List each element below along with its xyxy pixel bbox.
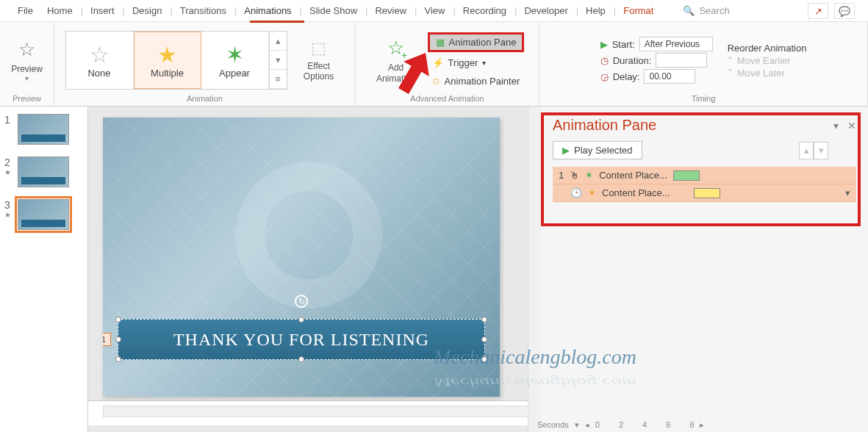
start-dropdown[interactable]: After Previous — [639, 37, 713, 51]
group-timing: ▶ Start: After Previous ◷ Duration: ◶ De… — [539, 22, 868, 106]
start-label: Start: — [612, 39, 635, 50]
star-outline-icon: ☆ — [90, 42, 110, 68]
move-earlier-button[interactable]: ˄ Move Earlier — [728, 55, 807, 66]
thumb-3[interactable] — [18, 199, 69, 230]
anim-appear-label: Appear — [219, 68, 250, 79]
thumb-num-3: 3 — [4, 199, 13, 211]
anim-multiple[interactable]: ★ Multiple — [134, 32, 201, 89]
tick: 2 — [619, 420, 623, 429]
tick: 4 — [642, 420, 647, 429]
anim-none[interactable]: ☆ None — [66, 32, 134, 89]
menu-recording[interactable]: Recording — [456, 1, 514, 20]
search-icon: 🔍 — [683, 5, 695, 16]
thumb-row-2[interactable]: 2★ — [4, 156, 83, 187]
tick: 8 — [689, 420, 694, 429]
gallery-up[interactable]: ▴ — [270, 32, 287, 51]
down-arrow-icon: ˅ — [728, 68, 733, 79]
thumb-num-2: 2 — [4, 156, 13, 168]
effect-options-label: Effect Options — [293, 61, 345, 82]
delay-input[interactable]: 00.00 — [644, 69, 695, 84]
delay-icon: ◶ — [600, 71, 609, 82]
search-label: Search — [699, 5, 729, 16]
group-preview: ☆ Preview ▾ Preview — [0, 22, 54, 106]
anim-appear[interactable]: ✶ Appear — [201, 32, 269, 89]
star-multiple-icon: ★ — [157, 42, 177, 68]
reorder-label: Reorder Animation — [728, 43, 807, 54]
resize-handle[interactable] — [298, 356, 304, 362]
group-animation: ☆ None ★ Multiple ✶ Appear ▴ ▾ ≡ ⬚ — [54, 22, 356, 106]
menu-animations[interactable]: Animations — [237, 1, 298, 20]
seconds-label: Seconds — [537, 420, 569, 429]
menu-developer[interactable]: Developer — [517, 1, 575, 20]
trigger-button[interactable]: ⚡ Trigger ▾ — [428, 55, 525, 71]
resize-handle[interactable] — [115, 336, 121, 342]
title-text: THANK YOU FOR LISTENING — [173, 330, 429, 350]
thumb-row-3[interactable]: 3★ — [4, 199, 83, 230]
resize-handle[interactable] — [481, 336, 487, 342]
top-right-buttons: ↗ 💬 — [808, 3, 855, 19]
swirl-graphic — [235, 162, 382, 309]
preview-star-icon: ☆ — [18, 38, 35, 61]
trigger-label: Trigger — [448, 57, 478, 68]
resize-handle[interactable] — [115, 356, 121, 362]
preview-button[interactable]: ☆ Preview ▾ — [1, 35, 53, 86]
animation-painter-button[interactable]: ✩ Animation Painter — [428, 73, 525, 89]
thumb-2[interactable] — [18, 156, 69, 187]
tick: 0 — [595, 420, 600, 429]
resize-handle[interactable] — [298, 317, 304, 323]
timeline-ticks: 0 2 4 6 8 — [595, 420, 695, 429]
thumb-1[interactable] — [18, 114, 69, 145]
duration-input[interactable] — [656, 53, 707, 68]
tick: 6 — [666, 420, 670, 429]
timing-group-label: Timing — [692, 94, 716, 104]
anim-indicator-icon: ★ — [4, 211, 13, 219]
gallery-more[interactable]: ≡ — [270, 70, 287, 89]
menu-design[interactable]: Design — [126, 1, 169, 20]
star-appear-icon: ✶ — [226, 42, 244, 68]
effect-options-button[interactable]: ⬚ Effect Options — [293, 35, 345, 86]
menu-file[interactable]: File — [11, 1, 40, 20]
annotation-highlight — [541, 112, 861, 226]
rotate-handle[interactable]: ↻ — [295, 295, 308, 308]
search-box[interactable]: 🔍 Search — [683, 5, 729, 16]
preview-group-label: Preview — [12, 94, 41, 104]
timeline-right[interactable]: ▸ — [700, 420, 704, 430]
anim-indicator-icon: ★ — [4, 168, 13, 176]
animation-gallery: ☆ None ★ Multiple ✶ Appear ▴ ▾ ≡ — [65, 31, 287, 90]
slide-thumbnails: 1 2★ 3★ — [0, 107, 88, 432]
chevron-down-icon: ▾ — [482, 59, 486, 67]
resize-handle[interactable] — [115, 317, 121, 323]
delay-label: Delay: — [613, 71, 640, 82]
horizontal-scrollbar[interactable] — [103, 406, 530, 417]
gallery-down[interactable]: ▾ — [270, 51, 287, 70]
thumb-num-1: 1 — [4, 114, 13, 126]
share-button[interactable]: ↗ — [808, 3, 828, 19]
chevron-down-icon[interactable]: ▾ — [575, 420, 579, 430]
move-later-label: Move Later — [737, 68, 785, 79]
menu-home[interactable]: Home — [40, 1, 80, 20]
anim-none-label: None — [87, 68, 110, 79]
share-icon: ↗ — [814, 6, 822, 17]
comments-button[interactable]: 💬 — [834, 3, 855, 19]
pane-icon: ▦ — [436, 37, 445, 48]
move-later-button[interactable]: ˅ Move Later — [728, 68, 807, 79]
menu-slideshow[interactable]: Slide Show — [303, 1, 365, 20]
menu-view[interactable]: View — [417, 1, 452, 20]
menu-help[interactable]: Help — [579, 1, 613, 20]
timeline-left[interactable]: ◂ — [585, 420, 589, 430]
start-value: After Previous — [645, 39, 700, 49]
menu-format[interactable]: Format — [617, 1, 661, 20]
resize-handle[interactable] — [481, 317, 487, 323]
animation-pane-button[interactable]: ▦ Animation Pane — [428, 32, 525, 52]
animation-tag[interactable]: 1 — [103, 333, 111, 346]
timeline-bar: Seconds ▾ ◂ 0 2 4 6 8 ▸ — [537, 417, 861, 432]
menu-insert[interactable]: Insert — [84, 1, 122, 20]
menu-review[interactable]: Review — [368, 1, 414, 20]
start-play-icon: ▶ — [600, 39, 608, 50]
move-earlier-label: Move Earlier — [737, 55, 791, 66]
anim-multiple-label: Multiple — [151, 68, 184, 79]
chevron-down-icon: ▾ — [25, 74, 29, 82]
title-textbox[interactable]: 1 ↻ THANK YOU FOR LISTENING — [118, 319, 485, 360]
thumb-row-1[interactable]: 1 — [4, 114, 83, 145]
menu-transitions[interactable]: Transitions — [173, 1, 234, 20]
